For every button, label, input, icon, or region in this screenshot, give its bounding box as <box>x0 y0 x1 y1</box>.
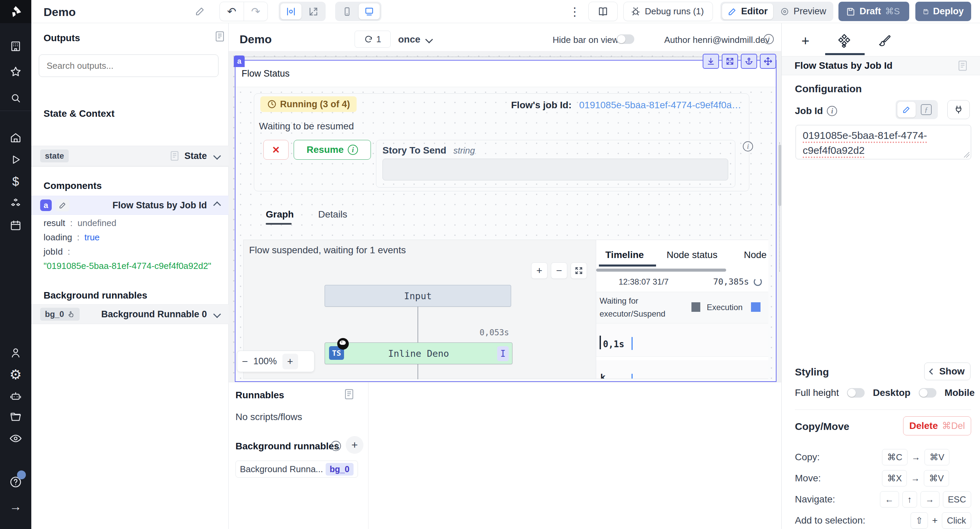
graph-fullscreen-button[interactable] <box>571 263 587 279</box>
bg-runnable-item[interactable]: Background Runna... bg_0 <box>235 460 358 478</box>
tab-node-overflow[interactable]: Node <box>744 250 767 260</box>
search-outputs-input[interactable] <box>39 54 218 77</box>
mobile-view-button[interactable] <box>337 3 357 19</box>
static-mode-button[interactable] <box>897 102 916 118</box>
flow-node-input[interactable]: Input <box>325 285 511 307</box>
runs-play-icon[interactable] <box>0 151 31 169</box>
favorites-star-icon[interactable] <box>0 63 31 81</box>
folders-icon[interactable] <box>0 408 31 426</box>
kbd-arrow-up: ↑ <box>902 491 917 508</box>
flow-job-id-link[interactable]: 0191085e-5baa-81ef-4774-c9ef4f0a… <box>579 100 741 111</box>
flow-graph-container[interactable]: Flow suspended, waiting for 1 events + −… <box>243 240 768 379</box>
workspace-icon[interactable] <box>0 37 31 55</box>
full-height-toggle[interactable] <box>847 388 865 398</box>
center-align-button[interactable] <box>280 3 301 19</box>
runnables-title: Runnables <box>235 390 284 401</box>
variables-dollar-icon[interactable]: $ <box>0 173 31 191</box>
preview-tab[interactable]: Preview <box>775 3 832 19</box>
app-canvas[interactable]: Flow Status Running (3 of 4) Flow's job … <box>229 51 781 382</box>
jobid-value[interactable]: "0191085e-5baa-81ef-4774-c9ef4f0a92d2" <box>43 261 211 271</box>
outputs-doc-icon[interactable] <box>215 31 224 41</box>
flow-status-component[interactable]: Flow Status Running (3 of 4) Flow's job … <box>235 60 776 382</box>
author-info-icon[interactable]: i <box>764 34 774 44</box>
search-icon[interactable] <box>0 89 31 107</box>
app-title: Demo <box>43 5 76 19</box>
collapse-arrow-icon[interactable]: → <box>0 498 31 515</box>
docs-book-button[interactable] <box>588 2 617 21</box>
zoom-in-button[interactable]: + <box>282 354 298 369</box>
component-settings-tab[interactable] <box>837 33 852 48</box>
bg-runnable-row[interactable]: bg_0 Background Runnable 0 <box>31 304 229 324</box>
component-row-selected[interactable]: a Flow Status by Job Id <box>31 196 229 215</box>
windmill-logo[interactable] <box>0 0 31 23</box>
users-person-icon[interactable] <box>0 344 31 362</box>
preview-eye-icon <box>780 7 789 16</box>
undo-button[interactable]: ↶ <box>220 5 243 18</box>
runnables-panel: Runnables No scripts/flows Background ru… <box>229 382 781 529</box>
debug-runs-button[interactable]: Debug runs (1) <box>624 2 713 21</box>
loading-row[interactable]: loading : true <box>43 232 100 243</box>
desktop-toggle[interactable] <box>919 388 937 398</box>
expression-mode-button[interactable]: ƒ <box>917 102 935 118</box>
insert-component-tab[interactable]: + <box>798 33 813 48</box>
refresh-counter-button[interactable]: 1 <box>355 31 391 48</box>
bg-chip: bg_0 <box>40 308 80 321</box>
home-icon[interactable] <box>0 129 31 147</box>
hide-bar-toggle[interactable] <box>617 34 634 44</box>
runnables-doc-icon[interactable] <box>344 389 354 399</box>
tab-timeline[interactable]: Timeline <box>605 250 644 260</box>
job-id-info-icon[interactable]: i <box>827 106 837 116</box>
schedule-dropdown[interactable]: once <box>398 34 432 45</box>
styling-brush-tab[interactable] <box>877 33 892 48</box>
resize-handle[interactable] <box>964 152 969 158</box>
settings-gear-icon[interactable]: ⚙ <box>0 366 31 383</box>
delete-component-button[interactable]: Delete ⌘Del <box>903 416 971 435</box>
edit-title-pencil-icon[interactable] <box>195 6 205 17</box>
redo-button[interactable]: ↷ <box>244 5 267 18</box>
help-icon[interactable] <box>0 473 31 491</box>
cancel-button[interactable]: ✕ <box>263 140 288 160</box>
graph-zoom-in-button[interactable]: + <box>531 263 547 279</box>
workers-robot-icon[interactable] <box>0 387 31 405</box>
graph-zoom-out-button[interactable]: − <box>551 263 567 279</box>
deploy-button[interactable]: Deploy <box>915 2 971 21</box>
job-id-input[interactable]: 0191085e-5baa-81ef-4774- c9ef4f0a92d2 <box>795 125 971 159</box>
panel-divider <box>368 382 369 529</box>
styling-show-button[interactable]: Show <box>924 363 970 380</box>
result-row[interactable]: result : undefined <box>43 218 116 228</box>
schedules-calendar-icon[interactable] <box>0 217 31 234</box>
expand-component-button[interactable] <box>722 54 738 69</box>
desktop-view-button[interactable] <box>359 3 380 19</box>
audit-eye-icon[interactable] <box>0 430 31 447</box>
move-component-button[interactable] <box>760 54 776 69</box>
anchor-button[interactable] <box>741 54 757 69</box>
add-bg-runnable-button[interactable]: + <box>346 436 363 454</box>
rename-pencil-icon[interactable] <box>56 199 69 211</box>
state-row[interactable]: state State <box>31 146 229 166</box>
row1-duration: 0,1s <box>603 339 624 349</box>
form-info-icon[interactable]: i <box>743 141 753 151</box>
timeline-panel: Timeline Node status Node 12:38:07 31/7 … <box>596 240 768 379</box>
resources-cubes-icon[interactable] <box>0 195 31 212</box>
expand-layout-button[interactable] <box>303 3 324 19</box>
mobile-label: Mobile <box>945 387 975 398</box>
resume-button[interactable]: Resume i <box>294 140 371 160</box>
fx-icon: ƒ <box>921 104 932 115</box>
flow-node-inline-deno[interactable]: TS Inline Deno I <box>325 343 512 364</box>
dock-bottom-button[interactable] <box>703 54 719 69</box>
story-textarea[interactable] <box>382 159 728 180</box>
tab-details[interactable]: Details <box>318 209 347 220</box>
kebab-menu-icon[interactable]: ⋮ <box>569 5 581 18</box>
canvas-scrollbar[interactable] <box>778 145 781 206</box>
draft-button[interactable]: Draft ⌘S <box>838 2 909 21</box>
bg-runnables-info-icon[interactable]: i <box>331 441 341 451</box>
horizontal-scrollbar[interactable] <box>596 269 726 272</box>
editor-tab[interactable]: Editor <box>722 3 773 19</box>
pencil-icon <box>902 105 911 114</box>
jobid-row[interactable]: jobId : <box>43 247 70 257</box>
tab-graph[interactable]: Graph <box>266 209 294 220</box>
draft-label: Draft <box>859 6 881 17</box>
zoom-out-button[interactable]: − <box>242 356 248 367</box>
connect-plug-button[interactable] <box>947 100 970 119</box>
tab-node-status[interactable]: Node status <box>667 250 717 260</box>
